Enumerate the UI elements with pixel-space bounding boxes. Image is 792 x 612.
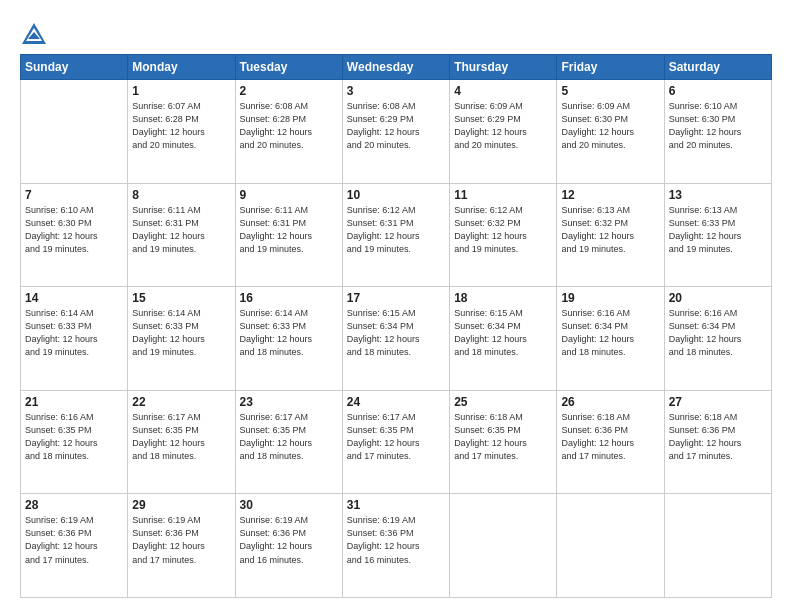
- page: SundayMondayTuesdayWednesdayThursdayFrid…: [0, 0, 792, 612]
- day-number: 1: [132, 84, 230, 98]
- week-row-2: 7Sunrise: 6:10 AM Sunset: 6:30 PM Daylig…: [21, 183, 772, 287]
- calendar-cell: 7Sunrise: 6:10 AM Sunset: 6:30 PM Daylig…: [21, 183, 128, 287]
- day-number: 17: [347, 291, 445, 305]
- logo: [20, 20, 52, 48]
- calendar-cell: 12Sunrise: 6:13 AM Sunset: 6:32 PM Dayli…: [557, 183, 664, 287]
- weekday-header-friday: Friday: [557, 55, 664, 80]
- day-number: 22: [132, 395, 230, 409]
- calendar-cell: 20Sunrise: 6:16 AM Sunset: 6:34 PM Dayli…: [664, 287, 771, 391]
- calendar-cell: 3Sunrise: 6:08 AM Sunset: 6:29 PM Daylig…: [342, 80, 449, 184]
- day-info: Sunrise: 6:14 AM Sunset: 6:33 PM Dayligh…: [25, 307, 123, 359]
- calendar-cell: 8Sunrise: 6:11 AM Sunset: 6:31 PM Daylig…: [128, 183, 235, 287]
- week-row-5: 28Sunrise: 6:19 AM Sunset: 6:36 PM Dayli…: [21, 494, 772, 598]
- day-info: Sunrise: 6:09 AM Sunset: 6:29 PM Dayligh…: [454, 100, 552, 152]
- calendar-cell: 24Sunrise: 6:17 AM Sunset: 6:35 PM Dayli…: [342, 390, 449, 494]
- calendar-cell: 10Sunrise: 6:12 AM Sunset: 6:31 PM Dayli…: [342, 183, 449, 287]
- week-row-3: 14Sunrise: 6:14 AM Sunset: 6:33 PM Dayli…: [21, 287, 772, 391]
- day-info: Sunrise: 6:17 AM Sunset: 6:35 PM Dayligh…: [240, 411, 338, 463]
- calendar-cell: 14Sunrise: 6:14 AM Sunset: 6:33 PM Dayli…: [21, 287, 128, 391]
- day-number: 12: [561, 188, 659, 202]
- day-info: Sunrise: 6:12 AM Sunset: 6:31 PM Dayligh…: [347, 204, 445, 256]
- calendar-cell: 1Sunrise: 6:07 AM Sunset: 6:28 PM Daylig…: [128, 80, 235, 184]
- calendar-cell: 13Sunrise: 6:13 AM Sunset: 6:33 PM Dayli…: [664, 183, 771, 287]
- day-number: 14: [25, 291, 123, 305]
- day-number: 16: [240, 291, 338, 305]
- day-number: 9: [240, 188, 338, 202]
- calendar-cell: 6Sunrise: 6:10 AM Sunset: 6:30 PM Daylig…: [664, 80, 771, 184]
- calendar-cell: 18Sunrise: 6:15 AM Sunset: 6:34 PM Dayli…: [450, 287, 557, 391]
- day-number: 25: [454, 395, 552, 409]
- calendar-cell: 17Sunrise: 6:15 AM Sunset: 6:34 PM Dayli…: [342, 287, 449, 391]
- day-number: 8: [132, 188, 230, 202]
- calendar-cell: 25Sunrise: 6:18 AM Sunset: 6:35 PM Dayli…: [450, 390, 557, 494]
- day-info: Sunrise: 6:07 AM Sunset: 6:28 PM Dayligh…: [132, 100, 230, 152]
- day-number: 15: [132, 291, 230, 305]
- day-info: Sunrise: 6:14 AM Sunset: 6:33 PM Dayligh…: [132, 307, 230, 359]
- weekday-header-tuesday: Tuesday: [235, 55, 342, 80]
- weekday-header-saturday: Saturday: [664, 55, 771, 80]
- calendar-cell: 2Sunrise: 6:08 AM Sunset: 6:28 PM Daylig…: [235, 80, 342, 184]
- day-info: Sunrise: 6:08 AM Sunset: 6:28 PM Dayligh…: [240, 100, 338, 152]
- day-info: Sunrise: 6:19 AM Sunset: 6:36 PM Dayligh…: [132, 514, 230, 566]
- day-number: 31: [347, 498, 445, 512]
- day-info: Sunrise: 6:11 AM Sunset: 6:31 PM Dayligh…: [240, 204, 338, 256]
- calendar-cell: 9Sunrise: 6:11 AM Sunset: 6:31 PM Daylig…: [235, 183, 342, 287]
- day-info: Sunrise: 6:13 AM Sunset: 6:33 PM Dayligh…: [669, 204, 767, 256]
- day-number: 4: [454, 84, 552, 98]
- day-info: Sunrise: 6:16 AM Sunset: 6:34 PM Dayligh…: [669, 307, 767, 359]
- day-number: 6: [669, 84, 767, 98]
- day-number: 26: [561, 395, 659, 409]
- day-info: Sunrise: 6:17 AM Sunset: 6:35 PM Dayligh…: [347, 411, 445, 463]
- day-info: Sunrise: 6:17 AM Sunset: 6:35 PM Dayligh…: [132, 411, 230, 463]
- calendar-cell: [664, 494, 771, 598]
- calendar-cell: 15Sunrise: 6:14 AM Sunset: 6:33 PM Dayli…: [128, 287, 235, 391]
- day-info: Sunrise: 6:19 AM Sunset: 6:36 PM Dayligh…: [240, 514, 338, 566]
- weekday-header-monday: Monday: [128, 55, 235, 80]
- day-number: 10: [347, 188, 445, 202]
- calendar-cell: [557, 494, 664, 598]
- calendar-cell: 27Sunrise: 6:18 AM Sunset: 6:36 PM Dayli…: [664, 390, 771, 494]
- day-info: Sunrise: 6:10 AM Sunset: 6:30 PM Dayligh…: [669, 100, 767, 152]
- calendar-cell: 21Sunrise: 6:16 AM Sunset: 6:35 PM Dayli…: [21, 390, 128, 494]
- day-info: Sunrise: 6:16 AM Sunset: 6:34 PM Dayligh…: [561, 307, 659, 359]
- day-info: Sunrise: 6:08 AM Sunset: 6:29 PM Dayligh…: [347, 100, 445, 152]
- day-info: Sunrise: 6:14 AM Sunset: 6:33 PM Dayligh…: [240, 307, 338, 359]
- calendar-cell: [21, 80, 128, 184]
- weekday-header-wednesday: Wednesday: [342, 55, 449, 80]
- day-number: 2: [240, 84, 338, 98]
- day-number: 18: [454, 291, 552, 305]
- calendar-cell: 16Sunrise: 6:14 AM Sunset: 6:33 PM Dayli…: [235, 287, 342, 391]
- header: [20, 18, 772, 48]
- day-info: Sunrise: 6:18 AM Sunset: 6:36 PM Dayligh…: [669, 411, 767, 463]
- week-row-4: 21Sunrise: 6:16 AM Sunset: 6:35 PM Dayli…: [21, 390, 772, 494]
- weekday-header-row: SundayMondayTuesdayWednesdayThursdayFrid…: [21, 55, 772, 80]
- day-number: 24: [347, 395, 445, 409]
- day-number: 28: [25, 498, 123, 512]
- day-number: 5: [561, 84, 659, 98]
- day-number: 20: [669, 291, 767, 305]
- calendar-table: SundayMondayTuesdayWednesdayThursdayFrid…: [20, 54, 772, 598]
- calendar-cell: 5Sunrise: 6:09 AM Sunset: 6:30 PM Daylig…: [557, 80, 664, 184]
- day-info: Sunrise: 6:19 AM Sunset: 6:36 PM Dayligh…: [25, 514, 123, 566]
- day-info: Sunrise: 6:11 AM Sunset: 6:31 PM Dayligh…: [132, 204, 230, 256]
- day-number: 21: [25, 395, 123, 409]
- day-info: Sunrise: 6:10 AM Sunset: 6:30 PM Dayligh…: [25, 204, 123, 256]
- calendar-cell: 23Sunrise: 6:17 AM Sunset: 6:35 PM Dayli…: [235, 390, 342, 494]
- day-number: 3: [347, 84, 445, 98]
- day-number: 29: [132, 498, 230, 512]
- calendar-cell: 19Sunrise: 6:16 AM Sunset: 6:34 PM Dayli…: [557, 287, 664, 391]
- week-row-1: 1Sunrise: 6:07 AM Sunset: 6:28 PM Daylig…: [21, 80, 772, 184]
- day-info: Sunrise: 6:13 AM Sunset: 6:32 PM Dayligh…: [561, 204, 659, 256]
- day-info: Sunrise: 6:12 AM Sunset: 6:32 PM Dayligh…: [454, 204, 552, 256]
- day-info: Sunrise: 6:19 AM Sunset: 6:36 PM Dayligh…: [347, 514, 445, 566]
- day-number: 23: [240, 395, 338, 409]
- day-number: 13: [669, 188, 767, 202]
- calendar-cell: 4Sunrise: 6:09 AM Sunset: 6:29 PM Daylig…: [450, 80, 557, 184]
- calendar-cell: 30Sunrise: 6:19 AM Sunset: 6:36 PM Dayli…: [235, 494, 342, 598]
- calendar-cell: 28Sunrise: 6:19 AM Sunset: 6:36 PM Dayli…: [21, 494, 128, 598]
- day-info: Sunrise: 6:18 AM Sunset: 6:35 PM Dayligh…: [454, 411, 552, 463]
- day-info: Sunrise: 6:18 AM Sunset: 6:36 PM Dayligh…: [561, 411, 659, 463]
- calendar-cell: 31Sunrise: 6:19 AM Sunset: 6:36 PM Dayli…: [342, 494, 449, 598]
- day-number: 7: [25, 188, 123, 202]
- weekday-header-thursday: Thursday: [450, 55, 557, 80]
